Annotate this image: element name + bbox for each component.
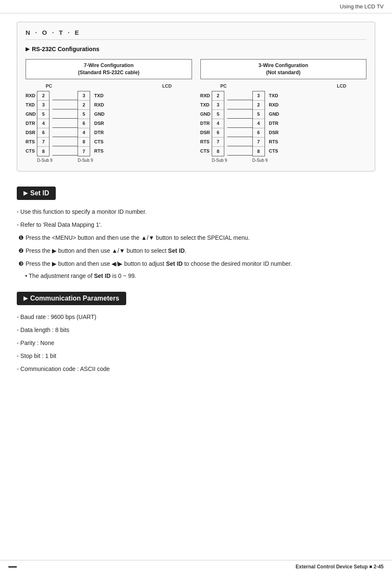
comm-params-list: - Baud rate : 9600 bps (UART) - Data len… [17,313,375,373]
config2-lines [227,91,252,156]
instruction-4: ❷ Press the ▶ button and then use ▲/▼ bu… [17,246,375,255]
config1-lcd-dsub: D-Sub 9 [78,158,93,163]
instruction-1: - Use this function to specify a monitor… [17,207,375,216]
config2-pc-pin-col: 2 3 5 4 6 7 8 [212,91,224,156]
comm-params-title: Communication Parameters [30,295,119,302]
lcd-pin-3: 3 [78,91,90,101]
line2-5 [227,128,252,137]
pc-pin-3: 3 [37,101,49,110]
lcd-pin-4: 4 [78,128,90,137]
config1-lcd-pin-col: 3 2 5 6 4 8 7 [78,91,90,156]
footer-label: External Control Device Setup [296,564,368,570]
lcd2-sig-txd: TXD [269,91,279,100]
lcd2-pin-6: 6 [253,128,265,137]
lcd2-pin-5: 5 [253,110,265,119]
line2 [52,100,78,109]
config1-lcd-header: LCD [162,83,172,88]
comm-params-arrow-icon: ▶ [23,295,28,301]
pc2-sig-rxd: RXD [200,91,210,100]
set-id-section: ▶ Set ID - Use this function to specify … [17,187,375,279]
set-id-title-bar: ▶ Set ID [17,187,56,200]
pc-sig-cts: CTS [26,146,36,156]
config1-pc-header: PC [46,83,52,88]
line4 [52,119,78,128]
config2-col-headers: PC LCD [200,83,367,88]
instruction-3: ❶ Press the <MENU> button and then use t… [17,233,375,242]
lcd-sig-gnd: GND [94,109,104,119]
pc-pin-5: 5 [37,110,49,119]
footer-separator: ■ [369,564,374,570]
pc-sig-gnd: GND [26,109,36,119]
lcd2-pin-2: 2 [253,101,265,110]
pc2-pin-8: 8 [212,147,224,156]
config2-lcd-dsub: D-Sub 9 [252,158,268,163]
config1-label-line2: (Standard RS-232C cable) [78,70,140,75]
pc2-pin-6: 6 [212,128,224,137]
lcd2-pin-3: 3 [253,91,265,101]
footer-bar: External Control Device Setup ■ 2-45 [0,560,392,573]
set-id-instructions: - Use this function to specify a monitor… [17,207,375,268]
pc-sig-rts: RTS [26,137,36,146]
config1-lcd-pins: 3 2 5 6 4 8 7 D-Sub 9 [78,91,93,163]
lcd2-sig-dtr: DTR [269,119,279,128]
pc-pin-8: 8 [37,147,49,156]
line7 [52,146,78,156]
pc2-sig-dtr: DTR [200,119,210,128]
line2-6 [227,137,252,146]
config2-pc-signals: RXD TXD GND DTR DSR RTS CTS [200,91,210,156]
line6 [52,137,78,146]
line2-4 [227,119,252,128]
pc2-pin-7: 7 [212,137,224,147]
lcd-pin-6: 6 [78,119,90,128]
lcd-pin-2: 2 [78,101,90,110]
config2-lcd-header: LCD [337,83,346,88]
config2-diagram: RXD TXD GND DTR DSR RTS CTS 2 3 5 [200,91,367,163]
comm-param-4: - Stop bit : 1 bit [17,352,375,360]
rs232-title-text: RS-232C Configurations [32,46,99,52]
comm-params-section: ▶ Communication Parameters - Baud rate :… [17,292,375,373]
footer-left-bar [8,566,17,568]
config2-pc-pins: 2 3 5 4 6 7 8 D-Sub 9 [212,91,227,163]
pc2-sig-gnd: GND [200,109,210,119]
lcd-pin-5: 5 [78,110,90,119]
pc-sig-txd: TXD [26,100,36,109]
lcd2-sig-dsr: DSR [269,128,279,137]
config1-diagram: RXD TXD GND DTR DSR RTS CTS 2 3 5 [26,91,192,163]
comm-params-title-bar: ▶ Communication Parameters [17,292,126,305]
comm-param-3: - Parity : None [17,339,375,347]
config1-label: 7-Wire Configuration (Standard RS-232C c… [26,59,192,79]
pc-sig-dsr: DSR [26,128,36,137]
header-title: Using the LCD TV [340,3,384,10]
pc-sig-rxd: RXD [26,91,36,100]
config-3wire: 3-Wire Configuration (Not standard) PC L… [200,59,367,163]
config1-lcd-signals: TXD RXD GND DSR DTR CTS RTS [94,91,104,156]
pc2-pin-2: 2 [212,91,224,101]
lcd-pin-7: 7 [78,147,90,156]
pc2-sig-cts: CTS [200,146,210,156]
lcd2-sig-rxd: RXD [269,100,279,109]
note-header: N · O · T · E [26,29,366,40]
config1-col-headers: PC LCD [26,83,192,88]
lcd2-pin-4: 4 [253,119,265,128]
config1-label-line1: 7-Wire Configuration [84,62,134,68]
line2-1 [227,91,252,100]
line2-7 [227,146,252,156]
pc2-sig-txd: TXD [200,100,210,109]
header-bar: Using the LCD TV [0,0,392,13]
config2-pc-header: PC [221,83,227,88]
config1-pc-pin-col: 2 3 5 4 6 7 8 [37,91,49,156]
footer-page: 2-45 [374,564,384,570]
config2-lcd-pins: 3 2 5 4 6 7 8 D-Sub 9 [252,91,268,163]
rs232-title: RS-232C Configurations [26,46,366,52]
pc-pin-2: 2 [37,91,49,101]
config1-pc-pins: 2 3 5 4 6 7 8 D-Sub 9 [37,91,52,163]
lcd2-sig-cts: CTS [269,146,279,156]
wire-configs: 7-Wire Configuration (Standard RS-232C c… [26,59,366,163]
comm-param-2: - Data length : 8 bits [17,326,375,334]
lcd2-pin-7: 7 [253,137,265,147]
lcd-pin-8: 8 [78,137,90,147]
set-id-arrow-icon: ▶ [23,190,28,196]
config2-lcd-signals: TXD RXD GND DTR DSR RTS CTS [269,91,279,156]
lcd-sig-txd: TXD [94,91,104,100]
config1-pc-signals: RXD TXD GND DTR DSR RTS CTS [26,91,36,156]
